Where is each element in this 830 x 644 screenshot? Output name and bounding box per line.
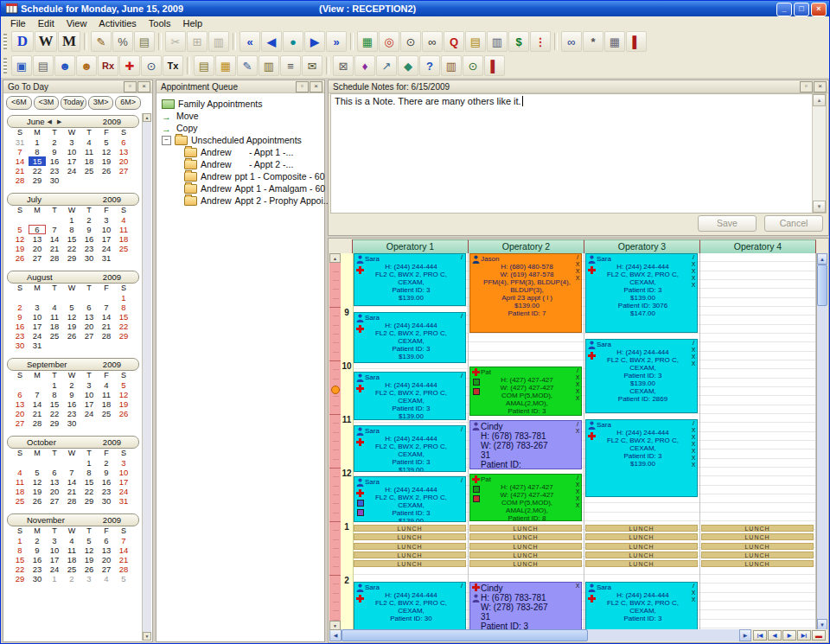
scroll-up-icon[interactable]: ▲ xyxy=(143,113,151,122)
calendar-day[interactable]: 2 xyxy=(98,458,115,468)
appointment-block[interactable]: SaraH: (244) 244-444FL2 C, BWX 2, PRO C,… xyxy=(585,339,698,413)
calendar-day[interactable]: 31 xyxy=(98,253,115,263)
calendar-day[interactable]: 22 xyxy=(46,409,63,418)
month-view-button[interactable]: M xyxy=(58,31,80,52)
scroll-up-icon[interactable]: ▲ xyxy=(813,94,826,106)
calendar-day[interactable]: 1 xyxy=(80,458,98,468)
calendar-day[interactable]: 20 xyxy=(80,322,98,331)
calendar-day[interactable]: 18 xyxy=(46,322,63,331)
lunch-block[interactable]: LUNCH xyxy=(354,533,466,540)
calendar-day[interactable]: 19 xyxy=(29,487,46,496)
save-button[interactable]: Save xyxy=(698,215,757,232)
lunch-block[interactable]: LUNCH xyxy=(585,543,698,550)
calendar-day[interactable]: 28 xyxy=(29,418,46,428)
menu-help[interactable]: Help xyxy=(176,18,208,29)
calendar-day[interactable]: 19 xyxy=(115,399,132,409)
calendar-day[interactable]: 8 xyxy=(80,468,98,477)
calendar-day[interactable]: 16 xyxy=(63,399,80,409)
tree-item[interactable]: −Unscheduled Appointments xyxy=(162,134,322,146)
tree-item[interactable]: AndrewAppt 1 - Amalgam - 60 xyxy=(162,182,322,194)
next-6m-button[interactable]: 6M> xyxy=(115,96,141,110)
calendar-day[interactable]: 18 xyxy=(115,234,132,244)
prev-week-icon[interactable]: « xyxy=(239,31,260,52)
calendar-day[interactable]: 23 xyxy=(11,331,29,341)
calendar-day[interactable]: 9 xyxy=(46,147,63,156)
lock-icon[interactable]: ⊠ xyxy=(333,55,354,76)
close-button[interactable]: × xyxy=(811,3,827,16)
calendar-day[interactable]: 16 xyxy=(11,322,29,331)
calendar-day[interactable]: 14 xyxy=(11,156,29,166)
scroll-down-icon[interactable]: ▼ xyxy=(143,632,151,641)
calendar-day[interactable]: 11 xyxy=(98,390,115,399)
calendar-day[interactable]: 11 xyxy=(11,477,29,487)
calendar-day[interactable]: 15 xyxy=(11,555,29,564)
lunch-block[interactable]: LUNCH xyxy=(469,533,582,540)
calendar-day[interactable]: 30 xyxy=(98,496,115,506)
grid-scroll-down-icon[interactable]: ▼ xyxy=(329,621,341,630)
lunch-block[interactable]: LUNCH xyxy=(585,560,698,567)
lunch-block[interactable]: LUNCH xyxy=(469,543,582,550)
calendar-day[interactable]: 14 xyxy=(46,234,63,244)
calendar-day[interactable]: 18 xyxy=(63,555,80,564)
calendar-day[interactable]: 23 xyxy=(63,409,80,418)
week-view-button[interactable]: W xyxy=(35,31,57,52)
calendar-day[interactable]: 31 xyxy=(115,496,132,506)
go-next-button[interactable]: ▶ xyxy=(782,630,796,641)
reports-icon[interactable]: ▤ xyxy=(33,55,54,76)
calendar-day[interactable]: 28 xyxy=(63,496,80,506)
operatory-header[interactable]: Operatory 1 xyxy=(353,239,469,253)
calendar-day[interactable]: 9 xyxy=(63,390,80,399)
calendar-day[interactable]: 5 xyxy=(11,225,29,234)
calendar-day[interactable]: 27 xyxy=(11,418,29,428)
prev-6m-button[interactable]: <6M xyxy=(6,96,32,110)
calendar-day[interactable]: 29 xyxy=(11,574,29,583)
calendar-day[interactable]: 13 xyxy=(80,312,98,322)
calendar-day[interactable]: 16 xyxy=(46,156,63,166)
tools-icon[interactable]: * xyxy=(583,31,603,52)
calendar-day[interactable]: 27 xyxy=(115,166,132,175)
lunch-block[interactable]: LUNCH xyxy=(469,560,582,567)
hscroll-thumb[interactable] xyxy=(342,629,588,641)
calendar-day[interactable]: 27 xyxy=(29,253,46,263)
calendar-day[interactable]: 22 xyxy=(80,487,98,496)
calendar-day[interactable]: 20 xyxy=(46,487,63,496)
scroll-left-icon[interactable]: ◀ xyxy=(329,629,342,641)
calendar-day[interactable]: 5 xyxy=(115,380,132,390)
certificate-icon[interactable]: ▥ xyxy=(259,55,279,76)
calendar-day[interactable]: 25 xyxy=(63,564,80,574)
operatory-header[interactable]: Operatory 4 xyxy=(700,239,816,253)
scroll-down-icon[interactable]: ▼ xyxy=(813,201,826,213)
calendar-day[interactable]: 21 xyxy=(29,409,46,418)
lunch-block[interactable]: LUNCH xyxy=(701,552,814,558)
calendar-day[interactable]: 15 xyxy=(46,399,63,409)
calendar-day[interactable]: 9 xyxy=(29,545,46,555)
calendar-day[interactable]: 7 xyxy=(46,225,63,234)
calendar-day[interactable]: 24 xyxy=(46,564,63,574)
calendar-day[interactable]: 2 xyxy=(63,574,80,583)
calendar-day[interactable]: 20 xyxy=(29,244,46,253)
calendar-day[interactable]: 29 xyxy=(63,253,80,263)
calendar-day[interactable]: 6 xyxy=(29,225,46,234)
binoculars-icon[interactable]: ∞ xyxy=(422,31,443,52)
calendar-day[interactable]: 11 xyxy=(115,225,132,234)
percent-icon[interactable]: % xyxy=(112,31,133,52)
tree-item[interactable]: Andrewppt 1 - Composite - 60 xyxy=(162,170,322,182)
day-view-button[interactable]: D xyxy=(11,31,34,52)
calendar-day[interactable]: 23 xyxy=(46,166,63,175)
calendar-day[interactable]: 25 xyxy=(115,244,132,253)
calendar-day[interactable]: 1 xyxy=(11,536,29,545)
go-prev-button[interactable]: ◀ xyxy=(768,630,782,641)
calendar-day[interactable]: 26 xyxy=(115,409,132,418)
injection-icon[interactable]: ↗ xyxy=(376,55,397,76)
calendar-day[interactable]: 4 xyxy=(46,303,63,312)
calendar-day[interactable]: 12 xyxy=(11,234,29,244)
calendar-day[interactable]: 30 xyxy=(63,418,80,428)
calendar-day[interactable]: 2 xyxy=(46,137,63,147)
calendar-day[interactable]: 3 xyxy=(98,215,115,225)
lunch-block[interactable]: LUNCH xyxy=(701,525,814,532)
calendar-day[interactable]: 25 xyxy=(98,409,115,418)
notes-text-area[interactable]: This is a Note. There are many others li… xyxy=(330,93,827,214)
folder-icon[interactable]: ▦ xyxy=(215,55,236,76)
calendar-day[interactable]: 8 xyxy=(29,147,46,156)
calendar-day[interactable]: 21 xyxy=(11,166,29,175)
